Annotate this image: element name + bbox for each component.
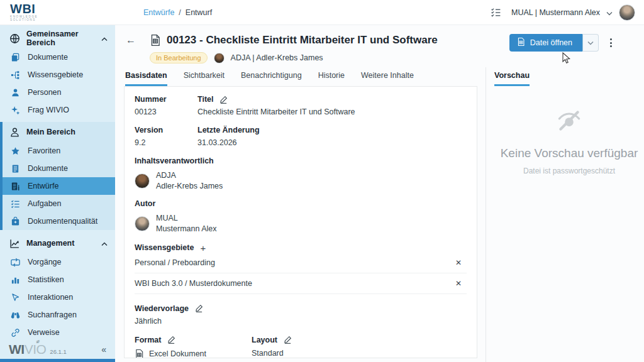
sidebar-header-mein-bereich[interactable]: Mein Bereich [3,122,115,142]
more-options-button[interactable] [608,36,614,50]
mual-avatar [135,216,150,231]
tab-weitere-inhalte[interactable]: Weitere Inhalte [361,67,414,86]
sidebar-item-vorgaenge[interactable]: Vorgänge [0,253,115,271]
person-code: MUAL [156,213,217,224]
nummer-value: 00123 [135,107,197,116]
open-file-button[interactable]: Datei öffnen [509,34,582,52]
preview-empty-title: Keine Vorschau verfügbar [501,146,638,160]
owner-avatar [214,53,225,63]
nummer-label: Nummer [135,95,197,104]
tab-vorschau[interactable]: Vorschau [494,67,530,86]
eye-off-icon [555,106,584,138]
sidebar-item-verweise[interactable]: Verweise [0,324,115,341]
remove-wissensgebiet-icon[interactable]: ✕ [452,279,465,288]
globe-icon [9,33,20,44]
sidebar-header-gemeinsamer-bereich[interactable]: Gemeinsamer Bereich [0,28,115,48]
user-outline-icon [9,127,20,138]
wbi-logo[interactable]: WBI KNOWLEDGESOLUTIONS [0,3,115,21]
preview-empty-subtitle: Datei ist passwortgeschützt [523,167,615,175]
sidebar-item-suchanfragen[interactable]: Suchanfragen [0,306,115,324]
sidebar-item-wissensgebiete[interactable]: Wissensgebiete [0,66,115,84]
checklist-icon[interactable] [491,7,501,18]
sidebar-item-aufgaben[interactable]: Aufgaben [3,195,115,212]
document-icon [10,164,20,173]
wbi-logo-text: WBI [10,3,115,15]
sidebar-section-management: Management Vorgänge Statistiken [0,233,115,341]
layout-label: Layout [252,336,277,344]
adja-avatar [135,173,150,189]
excel-file-icon [517,37,525,48]
sidebar: Gemeinsamer Bereich Dokumente Wissensgeb… [0,25,115,362]
sidebar-item-dokumente-mein[interactable]: Dokumente [3,160,115,177]
tab-basisdaten[interactable]: Basisdaten [125,67,167,86]
edit-titel-icon[interactable] [219,96,228,104]
app-window: WBI KNOWLEDGESOLUTIONS Entwürfe / Entwur… [0,0,644,362]
edit-wiedervorlage-icon[interactable] [195,304,203,312]
chevron-down-icon[interactable] [606,7,613,18]
wbi-logo-subtitle: KNOWLEDGESOLUTIONS [10,16,115,21]
binoculars-icon [10,310,20,320]
titel-value: Checkliste Eintritt Mitarbeiter IT und S… [197,107,467,116]
wissensgebiet-row: Personal / Preboarding ✕ [135,253,467,273]
autor-label: Autor [135,199,217,208]
sidebar-header-management[interactable]: Management [0,233,115,253]
inhaltsverantwortlich-person[interactable]: ADJA Adler-Krebs James [135,170,223,192]
version-label: Version [135,126,197,134]
app-version: 26.1.1 [50,348,66,355]
cursor-icon [10,293,20,302]
detail-tabs: Basisdaten Sichtbarkeit Benachrichtigung… [124,67,477,86]
user-avatar[interactable] [619,4,635,21]
wivio-logo: WIVIO ⸙ [9,343,46,356]
format-value: Excel Dokument [149,349,206,358]
edit-format-icon[interactable] [167,336,175,344]
collapse-sidebar-icon[interactable]: « [101,344,106,354]
layout-value: Standard [252,349,284,358]
autor-person[interactable]: MUAL Mustermann Alex [135,213,217,234]
letzte-aenderung-label: Letzte Änderung [197,126,467,134]
main-content: ← 00123 - Checkliste Eintritt Mitarbeite… [115,25,644,362]
wiedervorlage-value: Jährlich [135,317,467,326]
remove-wissensgebiet-icon[interactable]: ✕ [452,258,465,267]
documents-icon [10,53,20,62]
star-icon [10,146,20,156]
sidebar-item-statistiken[interactable]: Statistiken [0,271,115,288]
sidebar-section-gemeinsamer-bereich: Gemeinsamer Bereich Dokumente Wissensgeb… [0,28,115,119]
sidebar-item-dokumente-gemeinsam[interactable]: Dokumente [0,48,115,66]
breadcrumb-current: Entwurf [186,8,212,17]
top-right-cluster: MUAL | Mustermann Alex [491,4,644,21]
sidebar-item-entwuerfe[interactable]: Entwürfe [3,177,115,195]
tab-sichtbarkeit[interactable]: Sichtbarkeit [184,67,225,86]
hierarchy-icon [10,70,20,80]
person-code: ADJA [156,170,223,181]
bar-chart-icon [10,275,20,285]
breadcrumb-parent-link[interactable]: Entwürfe [143,8,174,17]
document-title: 00123 - Checkliste Eintritt Mitarbeiter … [167,34,438,47]
tab-benachrichtigung[interactable]: Benachrichtigung [241,67,302,86]
draft-icon [10,182,20,191]
back-button[interactable]: ← [124,35,138,46]
open-file-dropdown[interactable] [582,34,599,52]
titel-label: Titel [197,95,213,104]
edit-layout-icon[interactable] [284,336,292,344]
sidebar-item-frag-wivio[interactable]: Frag WIVIO [0,101,115,119]
sidebar-item-interaktionen[interactable]: Interaktionen [0,288,115,306]
breadcrumb-separator: / [179,8,180,17]
excel-format-icon [135,349,144,359]
tab-historie[interactable]: Historie [318,67,345,86]
preview-panel: Vorschau Keine Vorschau verfügbar Datei … [486,67,644,362]
user-menu[interactable]: MUAL | Mustermann Alex [511,8,600,17]
sidebar-item-favoriten[interactable]: Favoriten [3,142,115,160]
letzte-aenderung-value: 31.03.2026 [197,138,467,147]
status-badge: In Bearbeitung [150,52,208,63]
document-actions: Datei öffnen [509,34,614,52]
chevron-up-icon[interactable] [101,238,108,249]
sidebar-item-personen[interactable]: Personen [0,84,115,101]
add-wissensgebiet-icon[interactable]: + [200,243,206,253]
wissensgebiet-row: WBI Buch 3.0 / Musterdokumente ✕ [135,273,467,294]
person-name: Adler-Krebs James [156,181,223,192]
sidebar-accent-bar [0,359,115,362]
sparkle-icon [10,106,20,115]
chevron-up-icon[interactable] [101,33,108,44]
owner-name: ADJA | Adler-Krebs James [231,53,323,62]
sidebar-item-dokumentenqualitaet[interactable]: Dokumentenqualität [3,212,115,230]
